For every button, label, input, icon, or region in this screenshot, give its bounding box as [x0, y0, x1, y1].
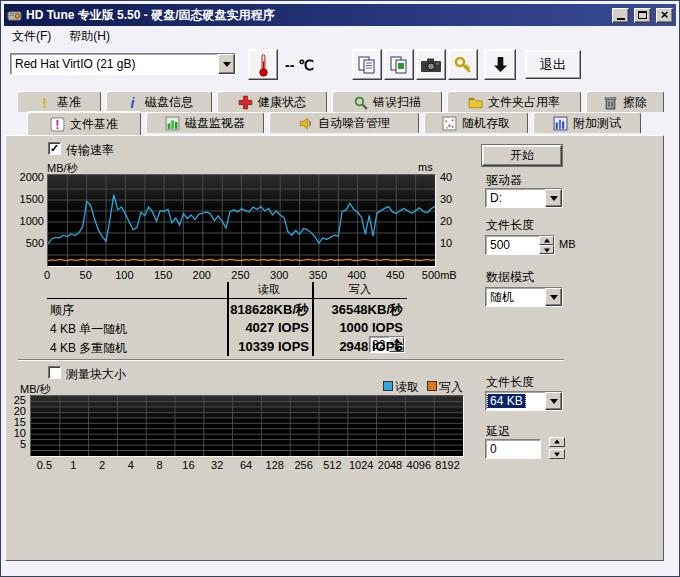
delay-arrows[interactable] — [549, 437, 565, 459]
block-file-length-arrow[interactable] — [545, 392, 562, 410]
legend-read: 读取 — [383, 379, 419, 396]
data-mode-arrow[interactable] — [545, 288, 562, 306]
transfer-rate-checkbox[interactable]: ✓ — [48, 142, 61, 155]
error-scan-icon — [353, 95, 368, 110]
axis-tick: 500mB — [422, 269, 457, 281]
target-drive-arrow[interactable] — [545, 189, 562, 207]
keys-button[interactable] — [448, 49, 478, 80]
app-icon — [7, 8, 22, 23]
camera-icon — [420, 57, 442, 73]
tab-label: 基准 — [57, 94, 81, 111]
temperature-button[interactable] — [248, 49, 278, 80]
drive-select-arrow[interactable] — [218, 54, 235, 74]
window-title: HD Tune 专业版 5.50 - 硬盘/固态硬盘实用程序 — [26, 7, 607, 24]
tab-error-scan[interactable]: 错误扫描 — [332, 91, 442, 112]
tab-random-access[interactable]: 随机存取 — [424, 112, 528, 133]
axis-tick: 512 — [323, 459, 341, 471]
tab-benchmark[interactable]: !基准 — [17, 91, 101, 112]
tab-label: 错误扫描 — [373, 94, 421, 111]
spin-down-icon[interactable] — [539, 245, 554, 254]
tab-label: 磁盘信息 — [145, 94, 193, 111]
block-file-length-value: 64 KB — [486, 394, 545, 408]
spin-up-icon[interactable] — [549, 437, 565, 447]
axis-tick: 1500 — [16, 193, 44, 205]
spin-down-icon[interactable] — [549, 449, 565, 459]
tab-erase[interactable]: 擦除 — [586, 91, 664, 112]
start-button-label: 开始 — [510, 147, 534, 164]
tab-label: 自动噪音管理 — [318, 115, 390, 132]
axis-tick: 350 — [309, 269, 327, 281]
copy-text-button[interactable] — [352, 49, 382, 80]
tab-file-benchmark[interactable]: !文件基准 — [27, 112, 141, 135]
tab-label: 随机存取 — [462, 115, 510, 132]
exit-button[interactable]: 退出 — [525, 50, 581, 79]
block-file-length-select[interactable]: 64 KB — [485, 391, 563, 411]
data-mode-select[interactable]: 随机 — [485, 287, 563, 307]
axis-tick: 450 — [386, 269, 404, 281]
4k-multi-write-value: 2948 IOPS — [317, 339, 403, 354]
copy-image-icon — [389, 55, 409, 75]
folder-usage-icon — [468, 95, 483, 110]
minimize-button[interactable] — [612, 8, 629, 23]
legend-write: 写入 — [427, 379, 463, 396]
drive-label: 驱动器 — [486, 172, 522, 189]
spin-up-icon[interactable] — [539, 236, 554, 245]
copy-image-button[interactable] — [384, 49, 414, 80]
delay-input[interactable]: 0 — [485, 439, 541, 459]
menu-bar: 文件(F)帮助(H) — [4, 26, 676, 46]
menu-item[interactable]: 帮助(H) — [69, 28, 110, 45]
file-length-spinner[interactable]: 500 — [485, 235, 555, 255]
tab-noise-management[interactable]: 自动噪音管理 — [269, 112, 419, 133]
write-column-header: 写入 — [317, 282, 403, 297]
file-benchmark-icon: ! — [50, 117, 65, 132]
transfer-rate-chart — [47, 174, 436, 267]
target-drive-select[interactable]: D: — [485, 188, 563, 208]
file-length2-label: 文件长度 — [486, 374, 534, 391]
row-label-4k-single: 4 KB 单一随机 — [50, 321, 127, 338]
axis-tick: 1024 — [349, 459, 373, 471]
save-results-button[interactable] — [484, 49, 516, 80]
drive-select[interactable]: Red Hat VirtIO (21 gB) — [10, 53, 236, 75]
axis-tick: 150 — [154, 269, 172, 281]
tab-folder-usage[interactable]: 文件夹占用率 — [447, 91, 581, 112]
axis-tick: 32 — [211, 459, 223, 471]
axis-tick: 0.5 — [37, 459, 52, 471]
axis-tick: 1 — [70, 459, 76, 471]
file-length-label: 文件长度 — [486, 217, 534, 234]
maximize-button[interactable] — [634, 8, 651, 23]
tab-extra-tests[interactable]: 附加测试 — [533, 112, 641, 133]
axis-tick: 128 — [266, 459, 284, 471]
axis-tick: 64 — [240, 459, 252, 471]
close-button[interactable]: × — [656, 8, 673, 23]
noise-management-icon — [298, 116, 313, 131]
disk-info-icon: i — [125, 95, 140, 110]
toolbar: Red Hat VirtIO (21 gB) -- ℃ 退出 — [4, 46, 676, 88]
start-button[interactable]: 开始 — [482, 145, 562, 166]
axis-tick: 8192 — [435, 459, 459, 471]
tab-label: 擦除 — [623, 94, 647, 111]
axis-tick: 500 — [16, 237, 44, 249]
4k-single-write-value: 1000 IOPS — [317, 320, 403, 335]
file-length-arrows[interactable] — [539, 236, 554, 254]
svg-text:!: ! — [42, 95, 47, 110]
tab-disk-info[interactable]: i磁盘信息 — [106, 91, 212, 112]
block-size-label: 测量块大小 — [66, 366, 126, 383]
axis-tick: 0 — [44, 269, 50, 281]
target-drive-value: D: — [486, 191, 545, 205]
svg-text:!: ! — [55, 117, 59, 132]
screenshot-button[interactable] — [416, 49, 446, 80]
axis-tick: 250 — [231, 269, 249, 281]
4k-multi-read-value: 10339 IOPS — [229, 339, 309, 354]
minimize-icon — [617, 18, 625, 20]
tab-health[interactable]: 健康状态 — [217, 91, 327, 112]
delay-label: 延迟 — [486, 423, 510, 440]
random-access-icon — [442, 116, 457, 131]
tab-label: 文件夹占用率 — [488, 94, 560, 111]
4k-single-read-value: 4027 IOPS — [229, 320, 309, 335]
y-axis-right-title: ms — [418, 161, 433, 173]
read-swatch-icon — [383, 381, 393, 391]
menu-item[interactable]: 文件(F) — [12, 28, 51, 45]
extra-tests-icon — [553, 116, 568, 131]
tab-disk-monitor[interactable]: 磁盘监视器 — [146, 112, 264, 133]
block-size-checkbox[interactable] — [48, 366, 61, 379]
